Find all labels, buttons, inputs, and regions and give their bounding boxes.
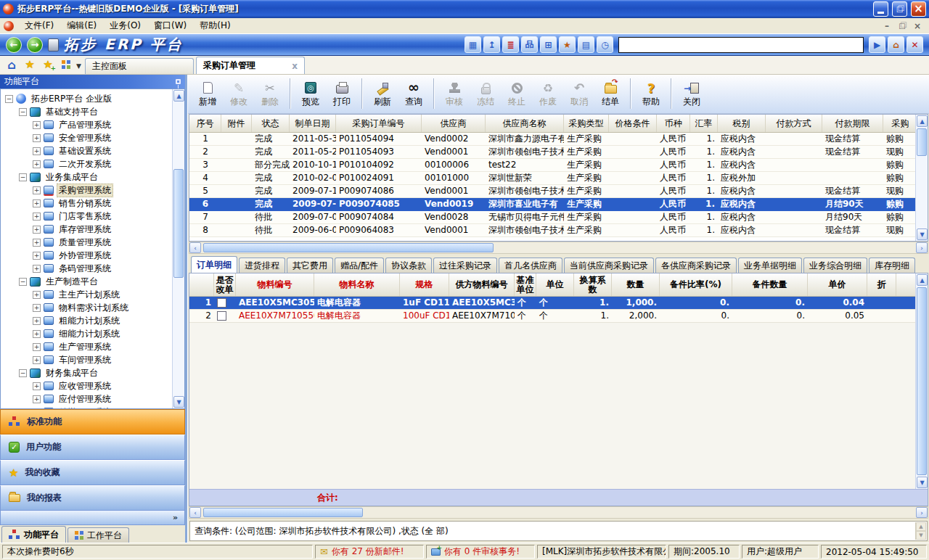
tree-item[interactable]: −基础支持平台 [1,105,184,118]
tree-item[interactable]: +产品管理系统 [1,118,184,131]
column-header[interactable]: 物料名称 [314,273,400,296]
column-header[interactable]: 备件数量 [732,273,808,296]
tree-item-label[interactable]: 主生产计划系统 [57,288,122,302]
scroll-up-icon[interactable]: ▲ [173,90,184,102]
favorite-star-icon[interactable]: ★ [559,36,576,53]
tree-expand-icon[interactable]: + [33,330,41,338]
tree-item-label[interactable]: 粗能力计划系统 [57,314,122,328]
column-header[interactable]: 单价 [808,273,867,296]
scroll-left-icon[interactable]: ‹ [189,242,201,253]
menu-item[interactable]: 帮助(H) [193,19,237,32]
orders-horizontal-scrollbar[interactable]: ‹ › [189,242,928,254]
toolbar-button-exit[interactable]: 关闭 [676,77,707,110]
column-header[interactable]: 制单日期 [290,115,336,132]
tree-item-label[interactable]: 条码管理系统 [57,262,113,276]
orders-vertical-scrollbar[interactable]: ▲ ▼ [915,115,928,241]
tree-item[interactable]: +生产管理系统 [1,340,184,353]
column-header[interactable]: 单位 [536,273,574,296]
toolbar-button-new-doc[interactable]: 新增 [192,77,223,110]
tree-item-label[interactable]: 产品管理系统 [57,118,113,132]
toolbar-button-printer[interactable]: 打印 [327,77,357,110]
go-icon[interactable]: ▶ [869,36,885,53]
tree-item-label[interactable]: 应收管理系统 [57,379,113,393]
folder-up-icon[interactable]: ↥ [483,36,500,53]
sidebar-tab-org-chart[interactable]: 功能平台 [1,526,66,543]
quick-search-input[interactable] [618,37,864,53]
tree-item-label[interactable]: 质量管理系统 [57,236,113,250]
red-book-icon[interactable]: ≣ [502,36,519,53]
toolbar-button-folder-done[interactable]: 结单 [595,77,626,110]
tree-expand-icon[interactable]: + [33,186,41,194]
column-header[interactable]: 币种 [657,115,690,132]
tree-item-label[interactable]: 物料需求计划系统 [57,301,131,315]
tree-expand-icon[interactable]: + [33,343,41,351]
menu-item[interactable]: 窗口(W) [147,19,193,32]
column-header[interactable]: 换算系数 [574,273,612,296]
tree-item-label[interactable]: 细能力计划系统 [57,327,122,341]
tree-item[interactable]: +二次开发系统 [1,157,184,170]
tree-expand-icon[interactable]: + [33,265,41,273]
column-header[interactable]: 数量 [612,273,660,296]
detail-tab[interactable]: 赠品/配件 [335,258,384,273]
detail-tab[interactable]: 首几名供应商 [499,258,562,273]
pin-icon[interactable] [176,79,181,84]
tree-expand-icon[interactable]: + [33,304,41,312]
detail-horizontal-scrollbar[interactable]: ‹ › [189,506,928,519]
column-header[interactable]: 附件 [221,115,252,132]
scroll-down-icon[interactable]: ▼ [917,228,928,240]
scroll-down-icon[interactable]: ▼ [173,396,184,408]
table-row[interactable]: 2完成2011-05-22P011054093Vend0001深圳市领创电子技术… [189,146,928,159]
tab-close-icon[interactable]: x [270,61,298,71]
column-header[interactable]: 税别 [718,115,766,132]
column-header[interactable]: 基准单位 [515,273,536,296]
column-header[interactable]: 序号 [189,115,221,132]
mdi-minimize-button[interactable]: – [880,20,893,32]
toolbar-button-help[interactable]: 帮助 [636,77,666,110]
column-header[interactable]: 备件比率(%) [660,273,732,296]
detail-tab[interactable]: 库存明细 [869,258,915,273]
tree-item[interactable]: +外协管理系统 [1,249,184,262]
tree-vertical-scrollbar[interactable]: ▲▼ [172,89,184,408]
menu-item[interactable]: 文件(F) [18,19,60,32]
mdi-restore-button[interactable]: □ [896,20,909,32]
tree-item[interactable]: +车间管理系统 [1,353,184,366]
tree-item-label[interactable]: 销售分销系统 [57,197,113,210]
tree-expand-icon[interactable]: + [33,356,41,364]
back-button[interactable]: ← [6,37,22,53]
tree-item[interactable]: +总帐管理系统 [1,405,184,409]
table-row[interactable]: 3部分完成2010-10-17P01010409200100006test22生… [189,159,928,172]
spin-up-icon[interactable]: ▲ [916,522,926,531]
tree-item-label[interactable]: 总帐管理系统 [57,405,113,410]
tree-item-label[interactable]: 应付管理系统 [57,392,113,406]
tree-item-label[interactable]: 二次开发系统 [57,157,113,171]
detail-tab[interactable]: 当前供应商采购记录 [564,258,654,273]
column-header[interactable]: 折 [867,273,896,296]
tree-item[interactable]: −生产制造平台 [1,275,184,288]
tree-item[interactable]: +应收管理系统 [1,379,184,392]
tree-expand-icon[interactable]: + [33,291,41,299]
menu-item[interactable]: 业务(O) [103,19,147,32]
tree-item[interactable]: +安全管理系统 [1,131,184,144]
table-row[interactable]: 8待批2009-06-04P009064083Vend0001深圳市领创电子技术… [189,224,928,237]
sidebar-nav-star[interactable]: ★我的收藏 [0,460,185,485]
tree-item-label[interactable]: 库存管理系统 [57,223,113,236]
org-chart-icon[interactable]: 品 [521,36,538,53]
scrollbar-thumb[interactable] [173,169,184,278]
spin-down-icon[interactable]: ▼ [916,531,926,540]
mdi-close-button[interactable]: × [911,20,924,32]
status-mail[interactable]: ✉你有 27 份新邮件! [315,545,424,559]
table-row[interactable]: 1AEE10X5MC305300电解电容器1uF CD11C 5AEE10X5M… [189,297,928,310]
column-header[interactable]: 付款期限 [822,115,883,132]
tree-item[interactable]: +条码管理系统 [1,262,184,275]
status-audit[interactable]: 你有 0 件审核事务! [426,545,535,559]
tree-item[interactable]: +细能力计划系统 [1,327,184,340]
sidebar-nav-report-folder[interactable]: 我的报表 [0,485,185,511]
column-header[interactable]: 汇率 [690,115,718,132]
tree-item[interactable]: +质量管理系统 [1,236,184,249]
column-header[interactable]: 供应商 [422,115,486,132]
grid-view-icon[interactable]: ▦ [464,36,481,53]
tree-expand-icon[interactable]: + [33,408,41,410]
toolbar-button-brush[interactable]: 刷新 [367,77,398,110]
detail-tab[interactable]: 进货排程 [239,258,285,273]
tree-item-label[interactable]: 门店零售系统 [57,210,113,223]
